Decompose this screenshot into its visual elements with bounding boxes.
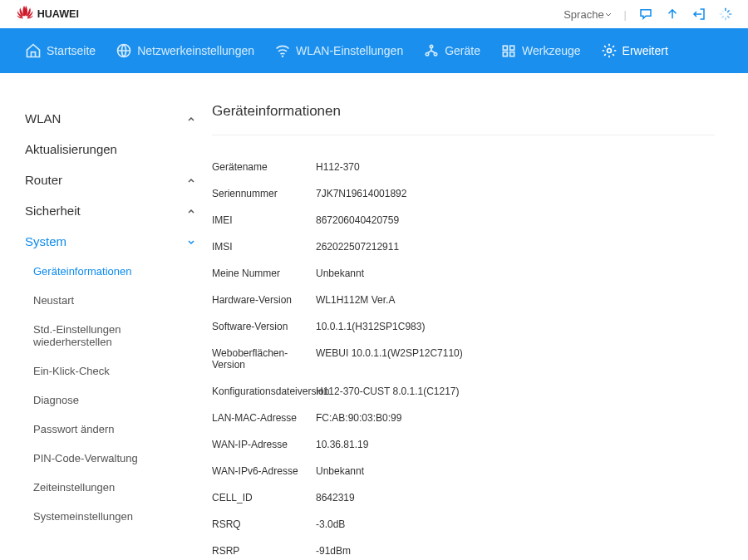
info-row: Weboberflächen-VersionWEBUI 10.0.1.1(W2S…: [212, 340, 715, 378]
svg-rect-15: [510, 46, 514, 50]
caret-down-icon: [604, 10, 613, 18]
sidebar-sub-label: Diagnose: [33, 394, 79, 406]
main-nav: Startseite Netzwerkeinstellungen WLAN-Ei…: [0, 28, 748, 73]
sidebar-item-oneclick[interactable]: Ein-Klick-Check: [25, 356, 195, 386]
chevron-up-icon: [187, 207, 195, 215]
sidebar-label: Router: [25, 173, 62, 187]
info-label: IMSI: [212, 241, 316, 253]
globe-icon: [116, 42, 132, 59]
info-row: GerätenameH112-370: [212, 154, 715, 180]
huawei-logo-icon: HUAWEI: [15, 4, 106, 24]
chevron-up-icon: [187, 176, 195, 184]
chevron-down-icon: [187, 238, 195, 246]
nav-tools[interactable]: Werkzeuge: [500, 28, 581, 73]
sidebar-group-security[interactable]: Sicherheit: [25, 195, 195, 226]
svg-line-4: [728, 17, 730, 18]
sidebar-group-system[interactable]: System: [25, 226, 195, 257]
info-label: Meine Nummer: [212, 268, 316, 279]
info-label: RSRP: [212, 545, 316, 557]
divider: |: [624, 8, 627, 21]
info-value: H112-370-CUST 8.0.1.1(C1217): [316, 386, 460, 397]
info-row: Software-Version10.0.1.1(H312SP1C983): [212, 313, 715, 340]
nav-network[interactable]: Netzwerkeinstellungen: [116, 28, 254, 73]
info-row: LAN-MAC-AdresseFC:AB:90:03:B0:99: [212, 405, 715, 431]
nav-label: Geräte: [445, 44, 480, 57]
svg-rect-16: [503, 52, 507, 56]
info-value: Unbekannt: [316, 268, 364, 279]
sidebar-label: Aktualisierungen: [25, 142, 117, 156]
info-row: IMSI262022507212911: [212, 233, 715, 260]
sidebar-sub-label: Std.-Einstellungen wiederherstellen: [33, 323, 121, 348]
info-label: WAN-IPv6-Adresse: [212, 465, 316, 477]
svg-point-11: [431, 45, 433, 47]
info-label: Konfigurationsdateiversion: [212, 386, 316, 397]
sidebar-sub-label: Systemeinstellungen: [33, 510, 133, 523]
info-row: IMEI867206040420759: [212, 207, 715, 233]
sidebar-item-restore[interactable]: Std.-Einstellungen wiederherstellen: [25, 315, 195, 356]
nav-devices[interactable]: Geräte: [423, 28, 480, 73]
sidebar-group-wlan[interactable]: WLAN: [25, 103, 195, 134]
wifi-icon: [274, 42, 291, 59]
info-row: Seriennummer7JK7N19614001892: [212, 180, 715, 207]
svg-rect-14: [503, 46, 507, 50]
svg-text:HUAWEI: HUAWEI: [37, 8, 79, 20]
svg-rect-17: [510, 52, 514, 56]
logout-icon[interactable]: [691, 7, 706, 22]
info-table: GerätenameH112-370Seriennummer7JK7N19614…: [212, 154, 715, 560]
info-label: LAN-MAC-Adresse: [212, 412, 316, 424]
brand-logo: HUAWEI: [15, 4, 106, 24]
language-label: Sprache: [563, 8, 603, 21]
sidebar-label: Sicherheit: [25, 204, 81, 218]
svg-line-6: [722, 17, 724, 18]
sidebar-item-syssettings[interactable]: Systemeinstellungen: [25, 502, 195, 531]
info-label: Hardware-Version: [212, 294, 316, 306]
svg-point-18: [607, 49, 611, 53]
sidebar-item-time[interactable]: Zeiteinstellungen: [25, 473, 195, 502]
sidebar-label: WLAN: [25, 111, 61, 125]
info-value: 867206040420759: [316, 214, 399, 226]
info-row: CELL_ID8642319: [212, 484, 715, 511]
info-label: WAN-IP-Adresse: [212, 439, 316, 450]
nav-label: Netzwerkeinstellungen: [137, 44, 254, 57]
info-row: WAN-IPv6-AdresseUnbekannt: [212, 458, 715, 484]
language-selector[interactable]: Sprache: [563, 8, 612, 21]
sidebar-item-deviceinfo[interactable]: Geräteinformationen: [25, 257, 195, 286]
sidebar-sub-label: PIN-Code-Verwaltung: [33, 452, 138, 464]
sidebar-group-updates[interactable]: Aktualisierungen: [25, 134, 195, 165]
info-value: 10.0.1.1(H312SP1C983): [316, 321, 425, 332]
sidebar-item-restart[interactable]: Neustart: [25, 286, 195, 315]
svg-line-8: [722, 11, 724, 12]
info-value: 262022507212911: [316, 241, 399, 253]
info-value: -3.0dB: [316, 518, 345, 530]
sidebar-item-diagnose[interactable]: Diagnose: [25, 386, 195, 415]
info-value: WEBUI 10.0.1.1(W2SP12C7110): [316, 347, 463, 371]
svg-line-2: [728, 11, 730, 12]
info-row: WAN-IP-Adresse10.36.81.19: [212, 431, 715, 458]
nav-label: Startseite: [47, 44, 96, 57]
upload-icon[interactable]: [665, 7, 680, 22]
nav-advanced[interactable]: Erweitert: [601, 28, 668, 73]
main-panel: Geräteinformationen GerätenameH112-370Se…: [204, 103, 723, 560]
info-value: WL1H112M Ver.A: [316, 294, 395, 306]
sidebar-label: System: [25, 234, 66, 248]
top-right-controls: Sprache |: [563, 7, 733, 22]
sidebar: WLAN Aktualisierungen Router Sicherheit …: [25, 103, 204, 560]
info-value: 8642319: [316, 492, 355, 504]
info-row: RSRP-91dBm: [212, 538, 715, 560]
sidebar-item-pin[interactable]: PIN-Code-Verwaltung: [25, 444, 195, 473]
chat-icon[interactable]: [638, 7, 653, 22]
sidebar-group-router[interactable]: Router: [25, 165, 195, 195]
info-label: Weboberflächen-Version: [212, 347, 316, 371]
sidebar-item-password[interactable]: Passwort ändern: [25, 415, 195, 444]
info-row: RSRQ-3.0dB: [212, 511, 715, 538]
info-label: IMEI: [212, 214, 316, 226]
tools-icon: [500, 42, 517, 59]
info-label: RSRQ: [212, 518, 316, 530]
nav-wlan[interactable]: WLAN-Einstellungen: [274, 28, 403, 73]
nav-home[interactable]: Startseite: [25, 28, 96, 73]
chevron-up-icon: [187, 115, 195, 123]
home-icon: [25, 42, 42, 59]
gear-icon: [601, 42, 618, 59]
info-row: Meine NummerUnbekannt: [212, 260, 715, 287]
info-value: 7JK7N19614001892: [316, 188, 406, 199]
